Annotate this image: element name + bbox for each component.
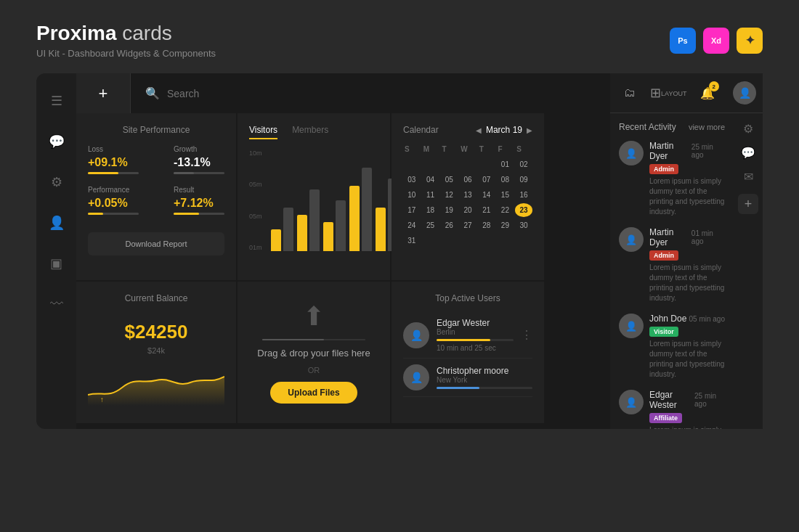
sidebar-layout-icon[interactable]: ▣ xyxy=(44,250,70,277)
activity-time-1: 01 min ago xyxy=(691,229,725,245)
sidebar-menu-icon[interactable]: ☰ xyxy=(44,88,70,114)
user-more-0[interactable]: ⋮ xyxy=(521,328,532,342)
activity-text-3: Lorem ipsum is simply dummy text of the … xyxy=(649,425,725,429)
activity-name-row-0: Martin Dyer 25 min ago xyxy=(649,141,725,161)
calendar-card: Calendar ◀ March 19 ▶ S M T W T F S xyxy=(392,113,544,280)
perf-loss: Loss +09.1% xyxy=(88,145,139,174)
user-location-0: Berlin xyxy=(437,328,514,336)
activity-name-2: John Doe xyxy=(649,314,686,324)
activity-item-3: 👤 Edgar Wester 25 min ago Affiliate Lore… xyxy=(619,390,725,429)
layout-icon[interactable]: ⊞ LAYOUT xyxy=(655,80,681,106)
sidebar-user-icon[interactable]: 👤 xyxy=(44,210,70,236)
top-active-users-card: Top Active Users 👤 Edgar Wester Berlin 1… xyxy=(392,282,544,423)
user-name-1: Christopher moore xyxy=(437,366,532,376)
perf-performance: Performance +0.05% xyxy=(88,186,139,215)
search-bar[interactable]: 🔍 xyxy=(131,73,610,113)
balance-amount: $24250 xyxy=(88,321,224,343)
settings-gear-icon[interactable]: ⚙ xyxy=(743,122,753,136)
activity-badge-0: Admin xyxy=(649,164,678,174)
perf-top-row: Loss +09.1% Growth -13.1% xyxy=(88,145,224,174)
notification-badge: 2 xyxy=(709,81,719,91)
header-icons: Ps Xd ✦ xyxy=(670,28,763,54)
topbar-row: + 🔍 xyxy=(76,73,610,113)
perf-growth: Growth -13.1% xyxy=(174,145,224,174)
header: Proxima cards UI Kit - Dashboard Widgets… xyxy=(0,0,799,73)
notification-icon[interactable]: 🔔 2 xyxy=(694,80,721,106)
xd-icon[interactable]: Xd xyxy=(703,28,729,54)
user-info-1: Christopher moore New York xyxy=(437,366,532,389)
calendar-grid: S M T W T F S 01 02 03 xyxy=(403,142,532,247)
sidebar: ☰ 💬 ⚙ 👤 ▣ 〰 xyxy=(36,73,76,429)
right-content: Recent Activity view more 👤 Martin Dyer … xyxy=(610,113,763,429)
right-panel: 🗂 ⊞ LAYOUT 🔔 2 👤 Recent Activity view mo… xyxy=(610,73,763,429)
bar-1 xyxy=(271,208,293,251)
user-location-1: New York xyxy=(437,376,532,384)
activity-name-3: Edgar Wester xyxy=(649,390,694,410)
activity-name-row-1: Martin Dyer 01 min ago xyxy=(649,227,725,247)
activity-avatar-1: 👤 xyxy=(619,227,644,252)
settings-add-button[interactable]: + xyxy=(738,194,758,214)
site-performance-card: Site Performance Loss +09.1% Growth -13.… xyxy=(76,113,236,280)
sidebar-settings-icon[interactable]: ⚙ xyxy=(44,169,70,195)
user-avatar-top[interactable]: 👤 xyxy=(733,81,756,105)
user-progress-1 xyxy=(437,387,532,389)
user-avatar-1: 👤 xyxy=(403,364,429,390)
calendar-nav-next[interactable]: ▶ xyxy=(527,126,532,134)
brand-title: Proxima cards xyxy=(36,22,216,45)
main-column: + 🔍 Site Performance Loss +09.1% xyxy=(76,73,610,429)
activity-item-1: 👤 Martin Dyer 01 min ago Admin Lorem ips… xyxy=(619,227,725,303)
settings-msg-icon[interactable]: ✉ xyxy=(744,170,753,184)
right-topbar: 🗂 ⊞ LAYOUT 🔔 2 👤 xyxy=(610,73,763,113)
tab-members[interactable]: Members xyxy=(292,125,328,139)
search-icon: 🔍 xyxy=(145,86,160,100)
activity-name-1: Martin Dyer xyxy=(649,227,691,247)
activity-content-0: Martin Dyer 25 min ago Admin Lorem ipsum… xyxy=(649,141,725,217)
search-input[interactable] xyxy=(167,88,596,99)
activity-header: Recent Activity view more xyxy=(619,122,725,132)
chart-y-labels: 10m05m05m01m xyxy=(249,150,262,251)
sketch-icon[interactable]: ✦ xyxy=(737,28,763,54)
activity-text-2: Lorem ipsum is simply dummy text of the … xyxy=(649,339,725,380)
activity-avatar-2: 👤 xyxy=(619,314,644,338)
perf-bottom-row: Performance +0.05% Result +7.12% xyxy=(88,186,224,215)
drive-icon[interactable]: 🗂 xyxy=(617,80,643,106)
dashboard: ☰ 💬 ⚙ 👤 ▣ 〰 + 🔍 Site Performance Loss xyxy=(36,73,763,429)
activity-name-0: Martin Dyer xyxy=(649,141,691,161)
upload-icon: ⬆ xyxy=(303,301,325,332)
bar-2 xyxy=(297,189,320,251)
user-avatar-0: 👤 xyxy=(403,322,429,348)
view-more-link[interactable]: view more xyxy=(689,123,725,131)
activity-title: Recent Activity xyxy=(619,122,676,132)
upload-button[interactable]: Upload Files xyxy=(270,382,357,404)
upload-text: Drag & drop your files here xyxy=(257,348,370,359)
activity-avatar-0: 👤 xyxy=(619,141,644,165)
download-report-button[interactable]: Download Report xyxy=(88,232,224,255)
upload-card: ⬆ Drag & drop your files here OR Upload … xyxy=(238,282,390,423)
perf-result: Result +7.12% xyxy=(174,186,224,215)
activity-content-3: Edgar Wester 25 min ago Affiliate Lorem … xyxy=(649,390,725,429)
content-area: Site Performance Loss +09.1% Growth -13.… xyxy=(76,113,610,429)
sidebar-chat-icon[interactable]: 💬 xyxy=(44,128,70,155)
growth-bar xyxy=(174,172,224,174)
user-item-0: 👤 Edgar Wester Berlin 10 min and 25 sec … xyxy=(403,312,532,359)
activity-item-0: 👤 Martin Dyer 25 min ago Admin Lorem ips… xyxy=(619,141,725,217)
user-item-1: 👤 Christopher moore New York xyxy=(403,359,532,397)
activity-text-1: Lorem ipsum is simply dummy text of the … xyxy=(649,263,725,303)
chart-tabs: Visitors Members xyxy=(249,125,378,139)
calendar-nav-prev[interactable]: ◀ xyxy=(476,126,482,134)
bar-4 xyxy=(349,168,372,251)
ps-icon[interactable]: Ps xyxy=(670,28,696,54)
brand-subtitle: UI Kit - Dashboard Widgets & Components xyxy=(36,48,216,59)
settings-whatsapp-icon[interactable]: 💬 xyxy=(741,146,755,160)
user-info-0: Edgar Wester Berlin 10 min and 25 sec xyxy=(437,318,514,352)
activity-time-0: 25 min ago xyxy=(691,143,725,159)
tab-visitors[interactable]: Visitors xyxy=(249,125,277,139)
add-button[interactable]: + xyxy=(76,73,131,113)
user-time-0: 10 min and 25 sec xyxy=(437,344,514,352)
balance-card: Current Balance $24250 $24k xyxy=(76,282,236,423)
activity-content-2: John Doe 05 min ago Visitor Lorem ipsum … xyxy=(649,314,725,380)
activity-name-row-3: Edgar Wester 25 min ago xyxy=(649,390,725,410)
loss-bar xyxy=(88,172,139,174)
sidebar-chart-icon[interactable]: 〰 xyxy=(44,291,70,317)
activity-badge-1: Admin xyxy=(649,250,678,261)
